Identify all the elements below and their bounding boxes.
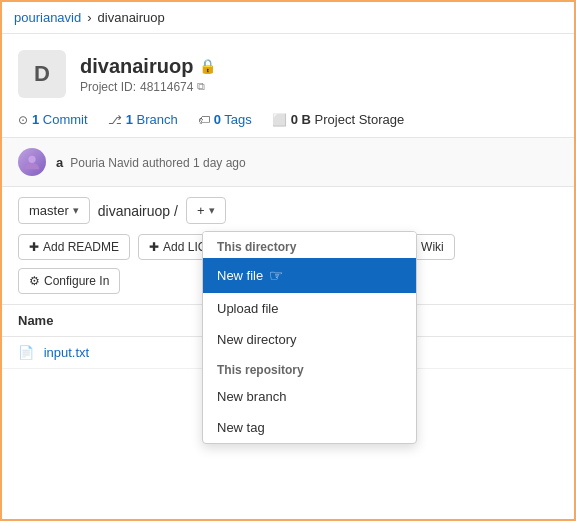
configure-button[interactable]: ⚙ Configure In: [18, 268, 120, 294]
lock-icon: 🔒: [199, 58, 216, 74]
stats-row: ⊙ 1 Commit ⎇ 1 Branch 🏷 0 Tags ⬜ 0 B Pro…: [2, 106, 574, 138]
commit-meta: Pouria Navid authored 1 day ago: [67, 156, 246, 170]
branch-label: master: [29, 203, 69, 218]
breadcrumb-separator: ›: [87, 10, 91, 25]
tags-link[interactable]: 0 Tags: [214, 112, 252, 127]
avatar: D: [18, 50, 66, 98]
dropdown-section-this-directory: This directory: [203, 232, 416, 258]
tag-icon: 🏷: [198, 113, 210, 127]
commit-avatar: [18, 148, 46, 176]
add-lic-label: Add LIC: [163, 240, 206, 254]
dropdown-new-tag[interactable]: New tag: [203, 412, 416, 443]
dropdown-new-directory[interactable]: New directory: [203, 324, 416, 355]
stat-branches: ⎇ 1 Branch: [108, 112, 178, 127]
plus-label: +: [197, 203, 205, 218]
commit-text: a Pouria Navid authored 1 day ago: [56, 155, 246, 170]
breadcrumb-user-link[interactable]: pourianavid: [14, 10, 81, 25]
dropdown-new-branch[interactable]: New branch: [203, 381, 416, 412]
branch-chevron-icon: ▾: [73, 204, 79, 217]
branches-link[interactable]: 1 Branch: [126, 112, 178, 127]
stat-commits: ⊙ 1 Commit: [18, 112, 88, 127]
dropdown-section-this-repository: This repository: [203, 355, 416, 381]
dropdown-container: This directory New file ☞ Upload file Ne…: [202, 231, 417, 444]
toolbar: master ▾ divanairuop / + ▾ This director…: [2, 187, 574, 234]
dropdown-upload-file[interactable]: Upload file: [203, 293, 416, 324]
project-header: D divanairuop 🔒 Project ID: 48114674 ⧉: [2, 34, 574, 106]
new-file-label: New file: [217, 268, 263, 283]
commit-icon: ⊙: [18, 113, 28, 127]
repo-path: divanairuop /: [98, 203, 178, 219]
plus-chevron-icon: ▾: [209, 204, 215, 217]
cursor-icon: ☞: [269, 266, 283, 285]
breadcrumb-project: divanairuop: [98, 10, 165, 25]
new-tag-label: New tag: [217, 420, 265, 435]
branch-icon: ⎇: [108, 113, 122, 127]
project-id: Project ID: 48114674 ⧉: [80, 80, 216, 94]
upload-file-label: Upload file: [217, 301, 278, 316]
project-id-value: 48114674: [140, 80, 193, 94]
file-icon: 📄: [18, 345, 34, 360]
add-readme-button[interactable]: ✚ Add README: [18, 234, 130, 260]
commit-message: a: [56, 155, 63, 170]
dropdown-new-file[interactable]: New file ☞: [203, 258, 416, 293]
branch-selector[interactable]: master ▾: [18, 197, 90, 224]
commits-link[interactable]: 1 Commit: [32, 112, 88, 127]
breadcrumb: pourianavid › divanairuop: [2, 2, 574, 34]
add-readme-icon: ✚: [29, 240, 39, 254]
project-id-label: Project ID:: [80, 80, 136, 94]
configure-icon: ⚙: [29, 274, 40, 288]
storage-icon: ⬜: [272, 113, 287, 127]
stat-tags: 🏷 0 Tags: [198, 112, 252, 127]
add-lic-icon: ✚: [149, 240, 159, 254]
copy-icon[interactable]: ⧉: [197, 80, 205, 93]
file-link[interactable]: input.txt: [44, 345, 90, 360]
configure-label: Configure In: [44, 274, 109, 288]
plus-button[interactable]: + ▾: [186, 197, 226, 224]
commit-row: a Pouria Navid authored 1 day ago: [2, 138, 574, 187]
project-name: divanairuop: [80, 55, 193, 78]
stat-storage: ⬜ 0 B Project Storage: [272, 112, 404, 127]
new-directory-label: New directory: [217, 332, 296, 347]
storage-value: 0 B Project Storage: [291, 112, 404, 127]
svg-point-0: [28, 156, 35, 163]
dropdown-menu: This directory New file ☞ Upload file Ne…: [202, 231, 417, 444]
project-info: divanairuop 🔒 Project ID: 48114674 ⧉: [80, 55, 216, 94]
add-readme-label: Add README: [43, 240, 119, 254]
new-branch-label: New branch: [217, 389, 286, 404]
